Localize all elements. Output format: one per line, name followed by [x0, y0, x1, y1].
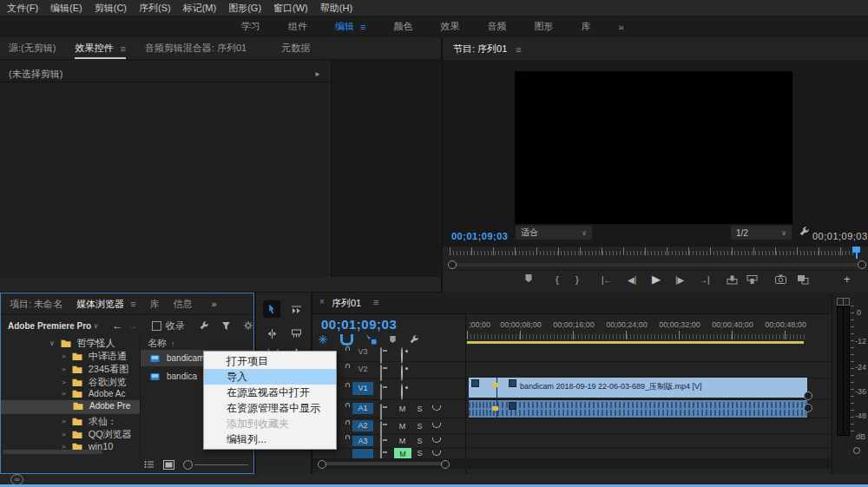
context-menu-item-open-project[interactable]: 打开项目 — [204, 353, 336, 369]
timeline-ruler[interactable]: ;00;00 00;00;08;00 00;00;16;00 00;00;24;… — [467, 315, 832, 344]
lift-icon[interactable] — [727, 275, 738, 285]
tree-item[interactable]: > 中译语通 — [62, 350, 127, 363]
program-settings-wrench-icon[interactable] — [799, 226, 810, 237]
menu-sequence[interactable]: 序列(S) — [139, 2, 171, 15]
tree-horizontal-scrollbar[interactable] — [3, 450, 102, 454]
mute-button[interactable]: M — [396, 436, 409, 446]
tab-info[interactable]: 信息 — [174, 298, 193, 311]
scrollbar-handle-right[interactable] — [858, 260, 866, 269]
thumbnail-view-icon[interactable] — [163, 460, 174, 470]
track-target-a2[interactable]: A2 — [352, 420, 373, 431]
workspace-tab-assembly[interactable]: 组件 — [288, 20, 307, 33]
add-marker-icon[interactable] — [389, 335, 397, 345]
menu-window[interactable]: 窗口(W) — [273, 2, 308, 15]
tree-collapsed-icon[interactable]: > — [62, 378, 66, 386]
tree-collapsed-icon[interactable]: > — [62, 352, 66, 360]
track-target-a3[interactable]: A3 — [352, 436, 373, 446]
tab-effect-controls[interactable]: 效果控件 — [75, 42, 113, 55]
close-sequence-icon[interactable]: × — [319, 297, 325, 306]
media-browser-panel-menu-icon[interactable]: ≡ — [130, 299, 135, 309]
context-menu-item-import[interactable]: 导入 — [204, 369, 336, 385]
tree-item[interactable]: > Adobe Ac — [62, 389, 125, 398]
audio-clip[interactable] — [496, 400, 807, 418]
timeline-panel-menu-icon[interactable]: ≡ — [373, 297, 378, 307]
file-type-gear-icon[interactable] — [243, 320, 253, 331]
back-arrow-icon[interactable]: ← — [112, 319, 122, 332]
tree-item-root[interactable]: ∨ 哲学怪人 — [49, 337, 115, 350]
ripple-edit-tool[interactable] — [263, 325, 280, 342]
program-ruler[interactable] — [450, 247, 861, 259]
tab-project[interactable]: 项目: 未命名 — [10, 298, 62, 311]
tree-collapsed-icon[interactable]: > — [62, 418, 66, 425]
toggle-track-output-eye-icon[interactable] — [401, 384, 403, 400]
tree-item-selected[interactable]: Adobe Pre — [72, 401, 130, 411]
tree-item[interactable]: > 谷歌浏览 — [62, 376, 127, 389]
ingest-settings-wrench-icon[interactable] — [199, 320, 209, 331]
tree-collapsed-icon[interactable]: > — [62, 431, 66, 438]
tree-item[interactable]: > 2345看图 — [62, 363, 128, 376]
effect-controls-panel-menu-icon[interactable]: ≡ — [120, 43, 125, 54]
track-scroll-handle[interactable] — [804, 392, 812, 400]
solo-button[interactable]: S — [413, 436, 426, 446]
step-back-icon[interactable]: ◀| — [628, 275, 636, 285]
timeline-hscrollbar[interactable] — [312, 458, 832, 469]
track-target-v2[interactable]: V2 — [352, 365, 373, 373]
add-marker-icon[interactable] — [524, 273, 533, 284]
workspace-tab-graphics[interactable]: 图形 — [534, 20, 553, 33]
list-view-icon[interactable] — [144, 460, 155, 469]
selection-tool[interactable] — [263, 300, 280, 318]
mark-out-icon[interactable]: } — [575, 274, 579, 285]
workspace-tab-edit-menu-icon[interactable]: ≡ — [360, 22, 365, 32]
export-frame-camera-icon[interactable] — [775, 274, 786, 284]
context-menu-item-reveal-in-explorer[interactable]: 在资源管理器中显示 — [204, 400, 336, 416]
meter-settings-dot[interactable] — [853, 447, 860, 454]
comparison-view-icon[interactable] — [797, 274, 809, 285]
workspace-tab-libraries[interactable]: 库 — [581, 20, 590, 33]
tab-source-monitor[interactable]: 源:(无剪辑) — [9, 42, 56, 55]
razor-tool[interactable] — [287, 325, 305, 342]
track-target-v3[interactable]: V3 — [352, 347, 373, 356]
solo-button[interactable]: S — [413, 404, 426, 414]
tree-collapsed-icon[interactable]: > — [62, 365, 66, 373]
workspace-tab-color[interactable]: 颜色 — [393, 20, 412, 33]
workspace-tab-learn[interactable]: 学习 — [241, 20, 260, 33]
track-target-v1[interactable]: V1 — [352, 382, 373, 395]
track-scroll-handle[interactable] — [804, 404, 812, 412]
tab-program-monitor[interactable]: 节目: 序列01 — [453, 43, 507, 56]
menu-graphics[interactable]: 图形(G) — [228, 2, 261, 15]
play-button-icon[interactable]: ▶ — [652, 273, 661, 286]
program-scrollbar[interactable] — [443, 260, 868, 270]
extract-icon[interactable] — [746, 275, 758, 285]
zoom-slider-knob[interactable] — [183, 460, 193, 470]
forward-arrow-icon[interactable]: → — [128, 319, 138, 332]
panel-overflow-icon[interactable]: » — [212, 299, 217, 309]
step-forward-icon[interactable]: |▶ — [675, 275, 684, 285]
track-target-a1[interactable]: A1 — [352, 403, 373, 414]
tree-collapsed-icon[interactable]: > — [62, 390, 66, 398]
tab-media-browser[interactable]: 媒体浏览器 — [76, 298, 124, 311]
workspace-overflow-icon[interactable]: » — [618, 22, 623, 32]
context-menu-item-open-in-source-monitor[interactable]: 在源监视器中打开 — [204, 385, 336, 400]
context-menu-item-edit-columns[interactable]: 编辑列... — [204, 431, 336, 447]
ingest-checkbox[interactable] — [152, 321, 161, 331]
video-clip-segment[interactable] — [469, 378, 496, 398]
video-clip[interactable]: bandicam 2018-09-19 22-06-03-689_压制版.mp4… — [496, 378, 807, 398]
menu-help[interactable]: 帮助(H) — [320, 2, 352, 15]
button-editor-plus-icon[interactable]: + — [844, 273, 851, 286]
menu-file[interactable]: 文件(F) — [7, 2, 38, 15]
tree-expanded-icon[interactable]: ∨ — [49, 339, 55, 347]
go-to-in-icon[interactable]: |← — [602, 275, 613, 285]
scrollbar-handle-right[interactable] — [441, 460, 450, 469]
scrollbar-handle-left[interactable] — [448, 260, 457, 269]
source-patch-icon[interactable] — [380, 384, 382, 400]
tab-sequence-01[interactable]: 序列01 — [332, 297, 361, 310]
menu-edit[interactable]: 编辑(E) — [50, 2, 82, 15]
timeline-current-timecode[interactable]: 00;01;09;03 — [321, 317, 397, 332]
zoom-level-dropdown[interactable]: 适合 ∨ — [516, 226, 592, 240]
scrollbar-handle-left[interactable] — [318, 460, 326, 469]
program-current-timecode[interactable]: 00;01;09;03 — [451, 227, 508, 243]
mute-button[interactable]: M — [396, 421, 409, 431]
menu-marker[interactable]: 标记(M) — [183, 2, 217, 15]
expand-arrow-icon[interactable]: ► — [314, 70, 321, 78]
zoom-slider-track[interactable] — [194, 464, 248, 465]
